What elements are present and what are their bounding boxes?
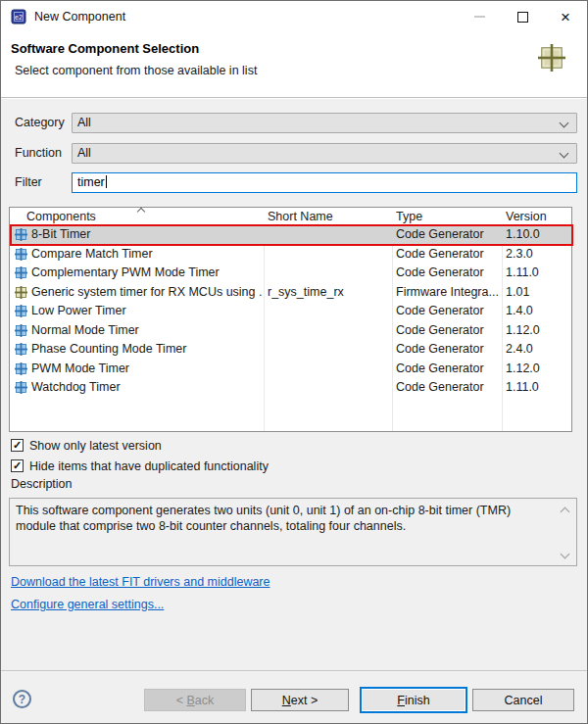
window-title: New Component [34,10,125,24]
maximize-icon [517,12,528,23]
cell-name: Generic system timer for RX MCUs using .… [31,285,263,299]
e2studio-app-icon: e2 [11,9,26,24]
cell-ver: 1.11.0 [506,380,572,394]
cell-name: Complementary PWM Mode Timer [31,265,263,279]
chevron-down-icon [560,119,569,128]
scroll-up-icon[interactable] [561,507,570,517]
link-download-fit-drivers[interactable]: Download the latest FIT drivers and midd… [11,575,270,589]
sort-ascending-icon [137,208,145,216]
table-row[interactable]: Complementary PWM Mode TimerCode Generat… [10,264,571,283]
cell-ver: 1.10.0 [506,227,572,241]
cell-type: Firmware Integra... [396,285,500,299]
column-header-short-name[interactable]: Short Name [268,210,333,223]
component-blue-icon [15,266,27,279]
table-row[interactable]: Normal Mode TimerCode Generator1.12.0 [10,321,571,341]
checkbox-checked-icon[interactable]: ✓ [11,439,24,452]
category-value: All [77,116,91,129]
cancel-button[interactable]: Cancel [472,689,574,711]
component-rows: 8-Bit TimerCode Generator1.10.0Compare M… [10,225,571,398]
checkbox-checked-icon[interactable]: ✓ [11,459,24,472]
component-blue-icon [15,362,27,375]
function-label: Function [15,146,70,160]
checkbox-label: Show only latest version [29,439,162,453]
table-header[interactable]: Components Short Name Type Version [10,208,571,225]
question-mark-icon: ? [19,693,25,706]
dialog-body: Category All Function All Filter timer C… [1,99,587,724]
cell-type: Code Generator [396,342,500,356]
filter-input[interactable]: timer [72,172,577,193]
help-button[interactable]: ? [13,690,31,708]
cell-type: Code Generator [396,265,500,279]
table-row[interactable]: 8-Bit TimerCode Generator1.10.0 [10,225,571,245]
column-header-type[interactable]: Type [396,210,422,223]
function-value: All [77,146,91,160]
category-label: Category [15,116,70,129]
components-table[interactable]: Components Short Name Type Version 8-Bit… [9,207,572,432]
component-blue-icon [15,343,27,356]
table-row[interactable]: Phase Counting Mode TimerCode Generator2… [10,340,571,360]
cell-type: Code Generator [396,362,500,375]
footer-divider [1,670,587,671]
column-header-version[interactable]: Version [506,210,547,223]
cell-name: Low Power Timer [31,304,263,317]
cell-name: Watchdog Timer [31,380,263,394]
cell-ver: 1.12.0 [506,362,572,375]
titlebar[interactable]: e2 New Component × [1,1,587,32]
checkbox-label: Hide items that have duplicated function… [29,459,269,473]
page-title: Software Component Selection [11,41,199,56]
description-label: Description [11,477,73,491]
scroll-down-icon[interactable] [561,550,570,559]
table-row[interactable]: Watchdog TimerCode Generator1.11.0 [10,378,571,398]
component-blue-icon [15,248,27,261]
table-row[interactable]: Low Power TimerCode Generator1.4.0 [10,302,571,321]
cell-name: Phase Counting Mode Timer [31,342,263,356]
svg-text:e2: e2 [15,14,23,21]
cell-ver: 1.11.0 [506,265,572,279]
cell-ver: 1.01 [506,285,572,299]
cell-type: Code Generator [396,380,500,394]
table-row[interactable]: Compare Match TimerCode Generator2.3.0 [10,245,571,265]
chevron-down-icon [560,149,569,159]
component-blue-icon [15,228,27,241]
cell-type: Code Generator [396,304,500,317]
cell-ver: 2.4.0 [506,342,572,356]
close-icon: × [561,9,570,25]
new-component-dialog: e2 New Component × Software Component Se… [0,0,588,724]
component-blue-icon [15,305,27,317]
text-caret [106,175,107,188]
component-grid-icon [538,44,565,72]
function-dropdown[interactable]: All [72,143,577,164]
maximize-button[interactable] [503,1,542,32]
description-text: This software component generates two un… [16,504,511,533]
dialog-header: Software Component Selection Select comp… [1,32,587,98]
component-blue-icon [15,381,27,394]
cell-ver: 1.12.0 [506,323,572,337]
cell-name: Compare Match Timer [31,247,263,261]
cell-type: Code Generator [396,323,500,337]
cell-short: r_sys_time_rx [268,285,391,299]
column-header-components[interactable]: Components [26,210,96,223]
next-button[interactable]: Next > [251,689,349,711]
cell-name: 8-Bit Timer [31,227,263,241]
table-row[interactable]: PWM Mode TimerCode Generator1.12.0 [10,360,571,379]
component-olive-icon [15,286,27,299]
category-dropdown[interactable]: All [72,113,577,133]
cell-name: Normal Mode Timer [31,323,263,337]
checkbox-hide-duplicates[interactable]: ✓ Hide items that have duplicated functi… [11,459,269,473]
page-subtitle: Select component from those available in… [15,64,257,77]
description-box: This software component generates two un… [9,498,577,566]
filter-value: timer [77,175,105,189]
cell-name: PWM Mode Timer [31,362,263,375]
cell-ver: 1.4.0 [506,304,572,317]
link-configure-general-settings[interactable]: Configure general settings... [11,598,164,611]
close-button[interactable]: × [546,1,585,32]
cell-type: Code Generator [396,227,500,241]
minimize-icon [474,16,485,18]
filter-label: Filter [15,175,70,189]
back-button: < Back [144,689,246,711]
checkbox-show-latest-version[interactable]: ✓ Show only latest version [11,438,162,453]
minimize-button[interactable] [460,1,499,32]
finish-button[interactable]: Finish [360,687,467,713]
table-row[interactable]: Generic system timer for RX MCUs using .… [10,283,571,303]
component-blue-icon [15,324,27,337]
